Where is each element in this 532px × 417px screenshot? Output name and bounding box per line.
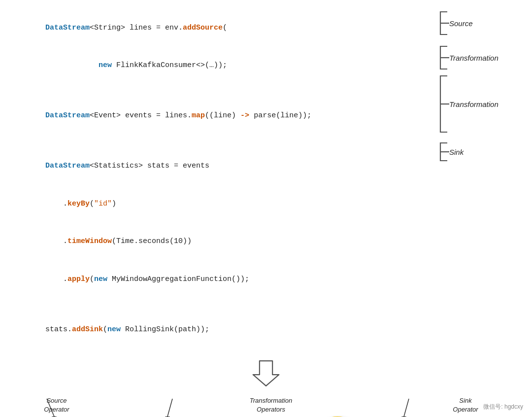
code-line: .keyBy("id"): [10, 185, 429, 223]
label-arrow-source-icon: [44, 398, 59, 417]
sink-label: Sink: [449, 148, 464, 156]
kw-timewindow: timeWindow: [67, 237, 112, 245]
annotation-sink: Sink: [438, 142, 464, 162]
watermark: 微信号: hgdcxy: [483, 403, 523, 411]
bracket-sink-icon: [438, 142, 449, 162]
bracket-transformation1-icon: [438, 45, 449, 70]
label-arrow-sink-icon: [399, 398, 414, 417]
code-line: DataStream<String> lines = env.addSource…: [10, 9, 429, 47]
label-transformation-operators: TransformationOperators: [232, 396, 310, 414]
source-label: Source: [449, 19, 473, 28]
svg-line-5: [47, 399, 54, 417]
code-spacer: [10, 135, 429, 147]
svg-marker-4: [253, 361, 279, 386]
code-section: DataStream<String> lines = env.addSource…: [10, 9, 522, 348]
diagram-labels-row: SourceOperator TransformationOperators S…: [10, 396, 522, 417]
transformation1-label: Transformation: [449, 54, 499, 62]
bracket-transformation2-icon: [438, 75, 449, 133]
annotation-transformation1: Transformation: [438, 45, 499, 70]
label-arrow-transform-icon: [163, 398, 177, 417]
code-spacer: [10, 298, 429, 311]
kw-datastream2: DataStream: [45, 111, 90, 120]
annotations-panel: Source Transformation Transformation: [438, 9, 522, 348]
kw-map: map: [192, 111, 205, 120]
code-block: DataStream<String> lines = env.addSource…: [10, 9, 438, 348]
svg-line-7: [167, 399, 172, 417]
kw-id-string: "id": [94, 200, 112, 208]
kw-arrow: ->: [240, 111, 249, 120]
code-line: DataStream<Event> events = lines.map((li…: [10, 97, 429, 135]
kw-keyby: keyBy: [67, 200, 90, 208]
kw-addsource: addSource: [183, 24, 223, 32]
kw-datastream: DataStream: [45, 24, 90, 32]
code-line: .timeWindow(Time.seconds(10)): [10, 223, 429, 261]
kw-new3: new: [107, 325, 121, 334]
code-line: .apply(new MyWindowAggregationFunction()…: [10, 260, 429, 298]
diagram-section: SourceOperator TransformationOperators S…: [10, 396, 522, 417]
main-container: DataStream<String> lines = env.addSource…: [0, 0, 532, 417]
code-line: DataStream<Statistics> stats = events: [10, 147, 429, 185]
code-line: stats.addSink(new RollingSink(path));: [10, 311, 429, 348]
down-arrow-icon: [249, 358, 283, 388]
kw-addsink: addSink: [72, 325, 103, 334]
svg-line-9: [404, 399, 409, 417]
kw-new2: new: [94, 275, 107, 283]
transformation2-label: Transformation: [449, 100, 499, 108]
annotation-source: Source: [438, 11, 473, 35]
arrow-section: [10, 358, 522, 388]
kw-apply: apply: [67, 275, 90, 283]
bracket-source-icon: [438, 11, 449, 35]
code-line: new FlinkKafkaConsumer<>(…));: [10, 47, 429, 85]
code-spacer: [10, 84, 429, 97]
kw-datastream3: DataStream: [45, 162, 90, 170]
kw-new: new: [99, 61, 112, 70]
annotation-transformation2: Transformation: [438, 75, 499, 133]
